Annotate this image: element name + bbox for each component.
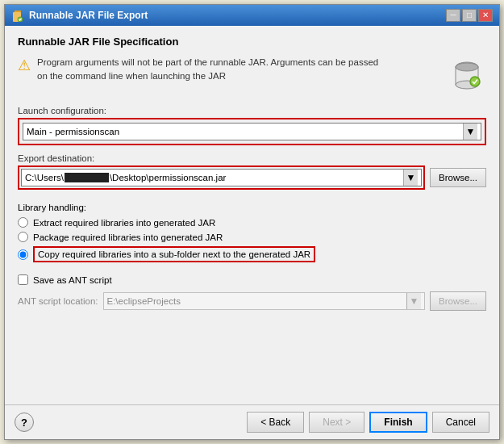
cancel-button[interactable]: Cancel [432,412,489,433]
radio-extract-label: Extract required libraries into generate… [33,218,215,228]
radio-copy-input[interactable] [18,249,28,260]
next-button[interactable]: Next > [309,412,364,433]
export-dest-row: C:\Users\\Desktop\permissionscan.jar ▼ B… [18,165,486,190]
maximize-button[interactable]: □ [462,9,477,22]
radio-copy-label: Copy required libraries into a sub-folde… [33,246,315,262]
export-dest-combo[interactable]: C:\Users\\Desktop\permissionscan.jar ▼ [21,169,422,186]
export-dest-dropdown-arrow[interactable]: ▼ [403,170,418,186]
export-dest-path: C:\Users\\Desktop\permissionscan.jar [25,173,403,183]
ant-location-dropdown-arrow: ▼ [406,293,421,309]
warning-icon: ⚠ [18,57,31,74]
window-icon [11,9,24,22]
warning-text: Program arguments will not be part of th… [37,56,441,84]
save-ant-label: Save as ANT script [33,275,112,285]
section-title: Runnable JAR File Specification [18,36,486,48]
launch-config-wrapper: Main - permissionscan ▼ [18,118,486,145]
redacted-username [65,173,109,182]
launch-config-value: Main - permissionscan [27,127,463,136]
footer-left: ? [15,413,34,432]
finish-button[interactable]: Finish [369,412,427,433]
svg-rect-1 [15,10,21,12]
ant-location-label: ANT script location: [18,296,98,306]
library-handling-label: Library handling: [18,203,486,212]
launch-config-group: Launch configuration: Main - permissions… [18,106,486,145]
ant-location-combo: E:\eclipseProjects ▼ [103,292,426,310]
launch-config-label: Launch configuration: [18,106,486,115]
dialog-footer: ? < Back Next > Finish Cancel [5,404,499,439]
export-dest-browse-button[interactable]: Browse... [430,168,486,187]
warning-area: ⚠ Program arguments will not be part of … [18,56,486,94]
save-ant-checkbox[interactable] [18,274,28,285]
radio-package: Package required libraries into generate… [18,232,486,242]
svg-point-7 [470,77,480,86]
launch-config-combo[interactable]: Main - permissionscan ▼ [23,123,481,140]
minimize-button[interactable]: ─ [446,9,460,22]
jar-icon [448,56,486,94]
radio-extract: Extract required libraries into generate… [18,217,486,228]
ant-location-row: ANT script location: E:\eclipseProjects … [18,291,486,311]
dialog-content: Runnable JAR File Specification ⚠ Progra… [5,26,499,404]
save-ant-row: Save as ANT script [18,274,486,285]
help-button[interactable]: ? [15,413,34,432]
radio-package-label: Package required libraries into generate… [33,232,223,242]
ant-location-value: E:\eclipseProjects [107,296,407,306]
window-controls: ─ □ ✕ [446,9,493,22]
export-dest-group: Export destination: C:\Users\\Desktop\pe… [18,153,486,190]
ant-location-browse-button: Browse... [430,291,486,311]
title-bar: Runnable JAR File Export ─ □ ✕ [5,5,499,26]
export-dest-wrapper: C:\Users\\Desktop\permissionscan.jar ▼ [18,165,425,190]
library-handling-section: Library handling: Extract required libra… [18,203,486,266]
window-title: Runnable JAR File Export [29,10,441,21]
radio-extract-input[interactable] [18,217,28,228]
back-button[interactable]: < Back [247,412,304,433]
launch-config-dropdown-arrow[interactable]: ▼ [463,124,477,140]
main-window: Runnable JAR File Export ─ □ ✕ Runnable … [4,4,500,440]
radio-package-input[interactable] [18,232,28,242]
svg-point-6 [456,63,478,71]
export-dest-label: Export destination: [18,153,486,163]
radio-copy: Copy required libraries into a sub-folde… [18,246,486,262]
footer-right: < Back Next > Finish Cancel [247,412,489,433]
close-button[interactable]: ✕ [478,9,493,22]
